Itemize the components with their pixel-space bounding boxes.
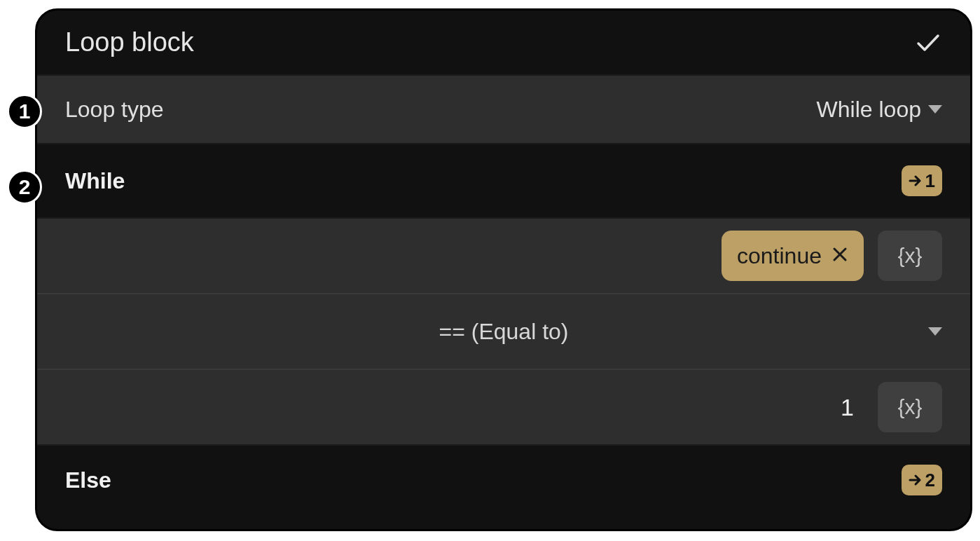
condition-right-row: 1 {x} bbox=[37, 369, 970, 444]
loop-type-value: While loop bbox=[817, 97, 921, 123]
while-section-row: While 1 bbox=[37, 143, 970, 217]
else-section-row: Else 2 bbox=[37, 444, 970, 514]
loop-block-panel: Loop block Loop type While loop While 1 … bbox=[35, 8, 972, 531]
loop-type-row[interactable]: Loop type While loop bbox=[37, 74, 970, 143]
condition-left-text: continue bbox=[737, 243, 822, 269]
while-label: While bbox=[65, 168, 125, 194]
remove-token-icon[interactable] bbox=[831, 244, 848, 268]
else-goto-chip[interactable]: 2 bbox=[902, 465, 942, 495]
while-goto-chip[interactable]: 1 bbox=[902, 165, 942, 196]
while-goto-number: 1 bbox=[925, 170, 935, 192]
condition-operator-value: == (Equal to) bbox=[439, 319, 569, 345]
loop-type-label: Loop type bbox=[65, 97, 164, 123]
chevron-down-icon bbox=[928, 327, 942, 336]
insert-variable-button-left[interactable]: {x} bbox=[878, 231, 942, 281]
else-goto-number: 2 bbox=[925, 470, 935, 491]
panel-title: Loop block bbox=[65, 27, 194, 57]
callout-badge-1: 1 bbox=[7, 94, 42, 129]
condition-left-token[interactable]: continue bbox=[722, 231, 864, 281]
condition-right-value[interactable]: 1 bbox=[841, 394, 854, 421]
callout-badge-2: 2 bbox=[7, 170, 42, 205]
condition-operator-row[interactable]: == (Equal to) bbox=[37, 293, 970, 369]
else-label: Else bbox=[65, 467, 111, 493]
chevron-down-icon bbox=[928, 105, 942, 114]
insert-variable-button-right[interactable]: {x} bbox=[878, 382, 942, 432]
panel-header: Loop block bbox=[37, 11, 970, 74]
condition-left-row: continue {x} bbox=[37, 217, 970, 293]
loop-type-dropdown[interactable]: While loop bbox=[817, 97, 942, 123]
confirm-icon[interactable] bbox=[914, 29, 942, 57]
